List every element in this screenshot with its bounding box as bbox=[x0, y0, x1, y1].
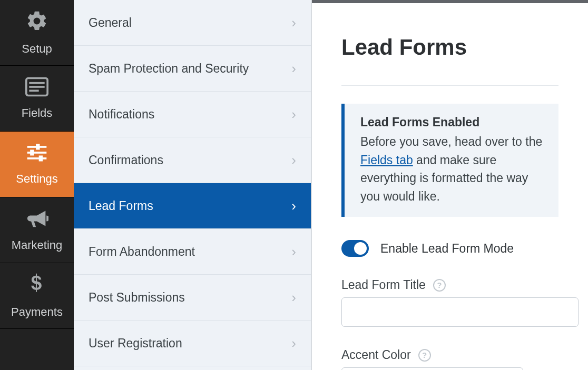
settings-item-confirmations[interactable]: Confirmations› bbox=[74, 137, 311, 183]
sidebar-primary: Setup Fields Settings Marketing Payments bbox=[0, 0, 74, 370]
list-icon bbox=[25, 77, 48, 100]
settings-item-label: General bbox=[89, 16, 132, 30]
toggle-label: Enable Lead Form Mode bbox=[380, 242, 514, 256]
sidebar-secondary: General› Spam Protection and Security› N… bbox=[74, 0, 312, 370]
settings-item-user-registration[interactable]: User Registration› bbox=[74, 321, 311, 366]
settings-item-label: Form Abandonment bbox=[89, 245, 195, 259]
svg-rect-3 bbox=[29, 90, 38, 92]
page-title: Lead Forms bbox=[341, 35, 558, 60]
main-panel: Lead Forms Lead Forms Enabled Before you… bbox=[312, 0, 588, 370]
help-icon[interactable]: ? bbox=[433, 279, 446, 292]
settings-item-label: Notifications bbox=[89, 107, 154, 122]
enable-lead-form-toggle[interactable] bbox=[341, 240, 369, 257]
svg-rect-8 bbox=[30, 150, 34, 156]
sidebar-primary-label: Payments bbox=[11, 305, 63, 319]
sidebar-primary-fields[interactable]: Fields bbox=[0, 66, 74, 132]
svg-rect-2 bbox=[29, 86, 44, 88]
settings-item-notifications[interactable]: Notifications› bbox=[74, 92, 311, 137]
sidebar-primary-marketing[interactable]: Marketing bbox=[0, 197, 74, 263]
settings-item-label: Post Submissions bbox=[89, 291, 185, 305]
accent-color-input[interactable]: #f08138 bbox=[341, 367, 523, 370]
settings-item-label: Spam Protection and Security bbox=[89, 62, 249, 76]
sidebar-primary-payments[interactable]: Payments bbox=[0, 263, 74, 329]
fields-tab-link[interactable]: Fields tab bbox=[360, 153, 413, 167]
chevron-right-icon: › bbox=[291, 61, 296, 77]
chevron-right-icon: › bbox=[291, 198, 296, 214]
chevron-right-icon: › bbox=[291, 15, 296, 31]
notice-lead-forms-enabled: Lead Forms Enabled Before you save, head… bbox=[341, 104, 558, 217]
sidebar-primary-settings[interactable]: Settings bbox=[0, 132, 74, 197]
divider bbox=[341, 85, 558, 86]
chevron-right-icon: › bbox=[291, 335, 296, 352]
sidebar-primary-setup[interactable]: Setup bbox=[0, 0, 74, 66]
lead-form-title-label: Lead Form Title? bbox=[341, 278, 558, 292]
notice-title: Lead Forms Enabled bbox=[360, 115, 545, 129]
bullhorn-icon bbox=[25, 208, 48, 232]
accent-color-label: Accent Color? bbox=[341, 348, 558, 362]
lead-form-title-input[interactable] bbox=[341, 297, 579, 327]
sidebar-primary-label: Fields bbox=[22, 106, 53, 120]
help-icon[interactable]: ? bbox=[418, 349, 431, 362]
settings-item-label: Lead Forms bbox=[89, 199, 153, 213]
settings-item-spam[interactable]: Spam Protection and Security› bbox=[74, 46, 311, 92]
settings-item-form-abandonment[interactable]: Form Abandonment› bbox=[74, 229, 311, 275]
gear-icon bbox=[25, 9, 48, 36]
settings-item-post-submissions[interactable]: Post Submissions› bbox=[74, 275, 311, 321]
sliders-icon bbox=[25, 143, 48, 166]
toggle-knob bbox=[354, 242, 367, 255]
settings-item-lead-forms[interactable]: Lead Forms› bbox=[74, 183, 311, 229]
svg-rect-7 bbox=[36, 144, 40, 150]
sidebar-primary-label: Settings bbox=[16, 172, 58, 186]
sidebar-primary-label: Marketing bbox=[12, 238, 63, 252]
svg-rect-9 bbox=[39, 156, 43, 162]
chevron-right-icon: › bbox=[291, 244, 296, 260]
chevron-right-icon: › bbox=[291, 289, 296, 306]
settings-item-label: Confirmations bbox=[89, 153, 163, 167]
chevron-right-icon: › bbox=[291, 106, 296, 123]
dollar-icon bbox=[29, 273, 45, 299]
sidebar-primary-label: Setup bbox=[22, 42, 52, 56]
settings-item-label: User Registration bbox=[89, 336, 182, 351]
svg-rect-1 bbox=[29, 82, 44, 84]
svg-rect-6 bbox=[27, 157, 47, 159]
settings-item-general[interactable]: General› bbox=[74, 0, 311, 46]
notice-body: Before you save, head over to the Fields… bbox=[360, 133, 545, 205]
chevron-right-icon: › bbox=[291, 152, 296, 168]
